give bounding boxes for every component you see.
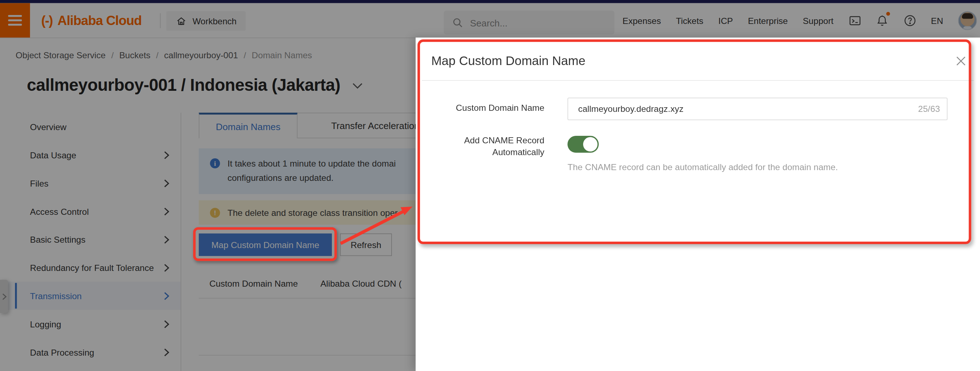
add-cname-toggle[interactable]: [568, 136, 599, 153]
dialog-header-divider: [422, 80, 974, 81]
char-counter: 25/63: [918, 104, 947, 114]
close-icon[interactable]: [955, 55, 966, 67]
cname-helper-text: The CNAME record can be automatically ad…: [568, 162, 838, 172]
screen: (-) Alibaba Cloud Workbench Search... Ex…: [0, 0, 980, 371]
add-cname-record-label: Add CNAME Record Automatically: [416, 135, 545, 159]
custom-domain-name-label: Custom Domain Name: [416, 102, 545, 113]
toggle-knob: [583, 137, 597, 152]
map-custom-domain-dialog: Map Custom Domain Name Custom Domain Nam…: [416, 38, 980, 371]
custom-domain-name-input[interactable]: [568, 104, 918, 114]
custom-domain-name-field: 25/63: [568, 98, 948, 120]
dialog-title: Map Custom Domain Name: [431, 54, 585, 68]
